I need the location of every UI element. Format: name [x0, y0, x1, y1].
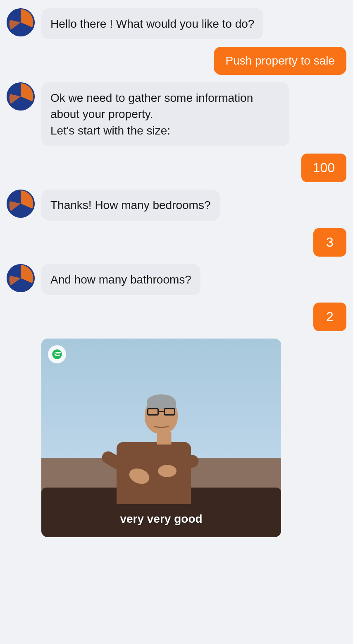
spotify-icon — [48, 345, 66, 363]
bot-avatar-2 — [7, 82, 35, 111]
gif-container: very very good — [41, 339, 281, 537]
gif-message-row: very very good — [7, 339, 346, 537]
gif-top-bar — [48, 345, 274, 363]
user-message-3: 3 — [313, 228, 346, 257]
user-message-4: 2 — [313, 303, 346, 331]
svg-point-4 — [52, 349, 62, 359]
bot-avatar-1 — [7, 8, 35, 36]
message-row-bot-4: And how many bathrooms? — [7, 264, 346, 295]
message-row-bot-1: Hello there ! What would you like to do? — [7, 8, 346, 39]
message-row-user-1: Push property to sale — [7, 47, 346, 75]
bot-avatar-3 — [7, 190, 35, 218]
message-row-user-2: 100 — [7, 154, 346, 182]
user-message-1: Push property to sale — [214, 47, 346, 75]
bot-avatar-4 — [7, 264, 35, 292]
bot-message-2: Ok we need to gather some information ab… — [41, 82, 289, 146]
user-message-2: 100 — [301, 154, 346, 182]
gif-overlay: very very good — [41, 339, 281, 537]
message-row-bot-3: Thanks! How many bedrooms? — [7, 190, 346, 221]
bot-message-3: Thanks! How many bedrooms? — [41, 190, 220, 221]
gif-caption: very very good — [48, 512, 274, 531]
message-row-user-3: 3 — [7, 228, 346, 257]
message-row-user-4: 2 — [7, 303, 346, 331]
message-row-bot-2: Ok we need to gather some information ab… — [7, 82, 346, 146]
bot-message-1: Hello there ! What would you like to do? — [41, 8, 263, 39]
bot-message-4: And how many bathrooms? — [41, 264, 200, 295]
